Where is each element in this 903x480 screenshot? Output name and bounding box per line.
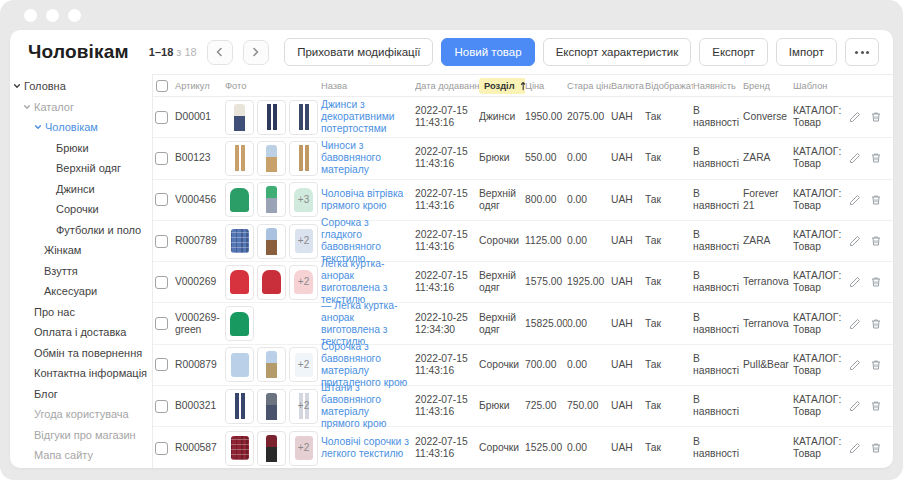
product-photo[interactable] bbox=[225, 389, 254, 424]
product-photo[interactable] bbox=[257, 347, 286, 382]
select-all-checkbox[interactable] bbox=[156, 80, 168, 92]
product-name-link[interactable]: Чоловічі сорочки з легкого текстилю bbox=[321, 436, 410, 460]
delete-button[interactable] bbox=[870, 194, 882, 206]
row-checkbox[interactable] bbox=[155, 317, 168, 330]
product-photo[interactable] bbox=[257, 265, 286, 300]
product-photo[interactable] bbox=[225, 431, 254, 466]
row-checkbox[interactable] bbox=[155, 442, 168, 455]
category-sort-control[interactable]: Розділ bbox=[479, 78, 525, 94]
sidebar-item[interactable]: Контактна інформація bbox=[10, 363, 152, 384]
row-checkbox[interactable] bbox=[155, 235, 168, 248]
row-checkbox[interactable] bbox=[155, 358, 168, 371]
more-actions-button[interactable] bbox=[845, 38, 879, 66]
product-photo[interactable] bbox=[257, 431, 286, 466]
pagination-prev-button[interactable] bbox=[207, 40, 233, 65]
new-product-button[interactable]: Новий товар bbox=[441, 38, 534, 66]
edit-button[interactable] bbox=[849, 152, 861, 164]
product-photo[interactable] bbox=[257, 182, 286, 217]
product-category: Джинси bbox=[479, 111, 525, 123]
sidebar-item[interactable]: Про нас bbox=[10, 302, 152, 323]
delete-button[interactable] bbox=[870, 318, 882, 330]
product-photo[interactable] bbox=[257, 100, 286, 135]
delete-button[interactable] bbox=[870, 442, 882, 454]
delete-button[interactable] bbox=[870, 152, 882, 164]
sidebar-item[interactable]: Оплата і доставка bbox=[10, 322, 152, 343]
column-header-display: Відображати bbox=[645, 81, 693, 91]
product-name-link[interactable]: Чиноси з бавовняного матеріалу bbox=[321, 140, 410, 176]
sidebar-item[interactable]: Блог bbox=[10, 384, 152, 405]
sidebar-item[interactable]: Угода користувача bbox=[10, 404, 152, 425]
product-name-link[interactable]: Чоловіча вітрівка прямого крою bbox=[321, 188, 410, 212]
sidebar-item[interactable]: Взуття bbox=[10, 261, 152, 282]
product-display-flag: Так bbox=[645, 359, 693, 371]
product-availability: В наявності bbox=[693, 188, 743, 212]
hide-modifications-button[interactable]: Приховати модифікації bbox=[284, 38, 433, 66]
sidebar-item[interactable]: Сорочки bbox=[10, 199, 152, 220]
edit-button[interactable] bbox=[849, 194, 861, 206]
product-photo[interactable] bbox=[225, 347, 254, 382]
page-header: Чоловікам 1–18з 18 Приховати модифікації… bbox=[10, 30, 893, 74]
delete-button[interactable] bbox=[870, 359, 882, 371]
product-name-link[interactable]: Джинси з декоративними потертостями bbox=[321, 99, 410, 135]
product-photo[interactable] bbox=[225, 306, 254, 341]
row-checkbox[interactable] bbox=[155, 400, 168, 413]
product-photo[interactable]: +2 bbox=[289, 389, 318, 424]
product-sku: B000321 bbox=[175, 400, 225, 412]
export-characteristics-button[interactable]: Експорт характеристик bbox=[543, 38, 692, 66]
pagination-next-button[interactable] bbox=[243, 40, 269, 65]
sidebar-item[interactable]: Головна bbox=[10, 76, 152, 97]
product-photo[interactable] bbox=[289, 141, 318, 176]
product-brand: ZARA bbox=[743, 235, 793, 247]
sidebar-item[interactable]: Брюки bbox=[10, 138, 152, 159]
product-photo[interactable] bbox=[225, 100, 254, 135]
sidebar-item[interactable]: Обмін та повернення bbox=[10, 343, 152, 364]
delete-button[interactable] bbox=[870, 111, 882, 123]
product-photo[interactable] bbox=[257, 389, 286, 424]
edit-button[interactable] bbox=[849, 276, 861, 288]
product-price: 15825.00 bbox=[525, 318, 567, 330]
sidebar-item[interactable]: Відгуки про магазин bbox=[10, 425, 152, 446]
product-photo[interactable] bbox=[257, 141, 286, 176]
sidebar-item[interactable]: Чоловікам bbox=[10, 117, 152, 138]
edit-button[interactable] bbox=[849, 442, 861, 454]
edit-button[interactable] bbox=[849, 400, 861, 412]
product-photo[interactable] bbox=[225, 141, 254, 176]
product-brand: Converse bbox=[743, 111, 793, 123]
row-checkbox[interactable] bbox=[155, 152, 168, 165]
window-minimize-button[interactable] bbox=[46, 9, 59, 22]
product-photo[interactable]: +2 bbox=[289, 265, 318, 300]
window-maximize-button[interactable] bbox=[68, 9, 81, 22]
product-photo[interactable] bbox=[289, 100, 318, 135]
export-button[interactable]: Експорт bbox=[699, 38, 768, 66]
product-photo[interactable]: +2 bbox=[289, 224, 318, 259]
product-photo[interactable]: +2 bbox=[289, 347, 318, 382]
sidebar-item[interactable]: Мапа сайту bbox=[10, 445, 152, 466]
edit-button[interactable] bbox=[849, 359, 861, 371]
edit-button[interactable] bbox=[849, 111, 861, 123]
delete-button[interactable] bbox=[870, 276, 882, 288]
product-photo[interactable] bbox=[225, 182, 254, 217]
sidebar-item[interactable]: Верхній одяг bbox=[10, 158, 152, 179]
delete-button[interactable] bbox=[870, 400, 882, 412]
row-checkbox[interactable] bbox=[155, 111, 168, 124]
product-photo[interactable]: +3 bbox=[289, 182, 318, 217]
edit-button[interactable] bbox=[849, 235, 861, 247]
row-checkbox[interactable] bbox=[155, 276, 168, 289]
delete-button[interactable] bbox=[870, 235, 882, 247]
import-button[interactable]: Імпорт bbox=[776, 38, 837, 66]
sidebar-item[interactable]: Жінкам bbox=[10, 240, 152, 261]
sidebar-item[interactable]: Джинси bbox=[10, 179, 152, 200]
row-checkbox[interactable] bbox=[155, 193, 168, 206]
product-photo[interactable] bbox=[257, 224, 286, 259]
sidebar-item-label: Аксесуари bbox=[44, 285, 97, 297]
product-photo[interactable] bbox=[225, 265, 254, 300]
product-photo[interactable] bbox=[225, 224, 254, 259]
sidebar-item[interactable]: Каталог bbox=[10, 97, 152, 118]
edit-button[interactable] bbox=[849, 318, 861, 330]
product-name-link[interactable]: Штани з бавовняного матеріалу прямого кр… bbox=[321, 382, 410, 430]
product-photo[interactable]: +2 bbox=[289, 431, 318, 466]
table-row: V000269 +2 Легка куртка-анорак виготовле… bbox=[153, 262, 893, 303]
sidebar-item[interactable]: Аксесуари bbox=[10, 281, 152, 302]
sidebar-item[interactable]: Футболки и поло bbox=[10, 220, 152, 241]
window-close-button[interactable] bbox=[24, 9, 37, 22]
